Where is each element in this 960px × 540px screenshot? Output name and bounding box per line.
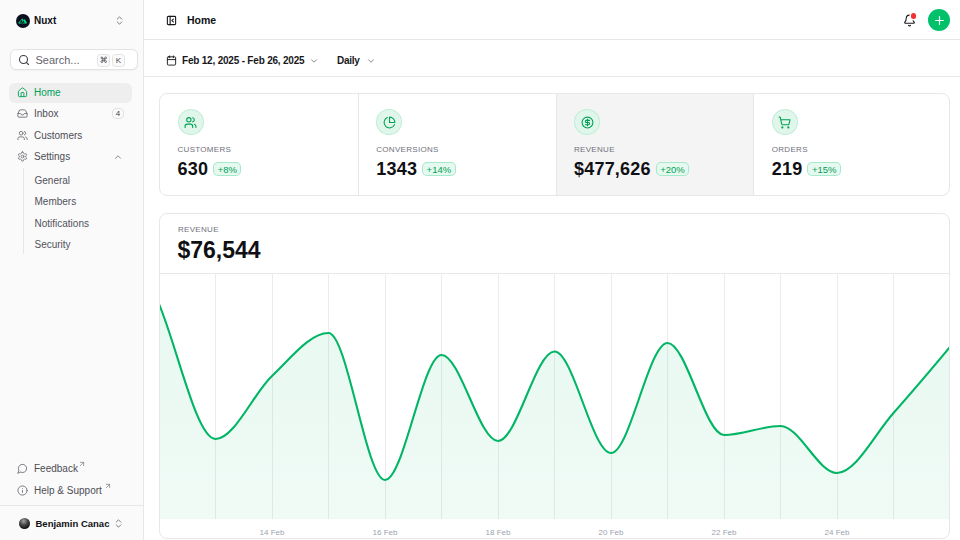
- svg-text:22 Feb: 22 Feb: [712, 528, 737, 537]
- svg-text:20 Feb: 20 Feb: [599, 528, 624, 537]
- svg-text:18 Feb: 18 Feb: [486, 528, 511, 537]
- svg-text:14 Feb: 14 Feb: [260, 528, 285, 537]
- svg-text:16 Feb: 16 Feb: [373, 528, 398, 537]
- svg-text:24 Feb: 24 Feb: [825, 528, 850, 537]
